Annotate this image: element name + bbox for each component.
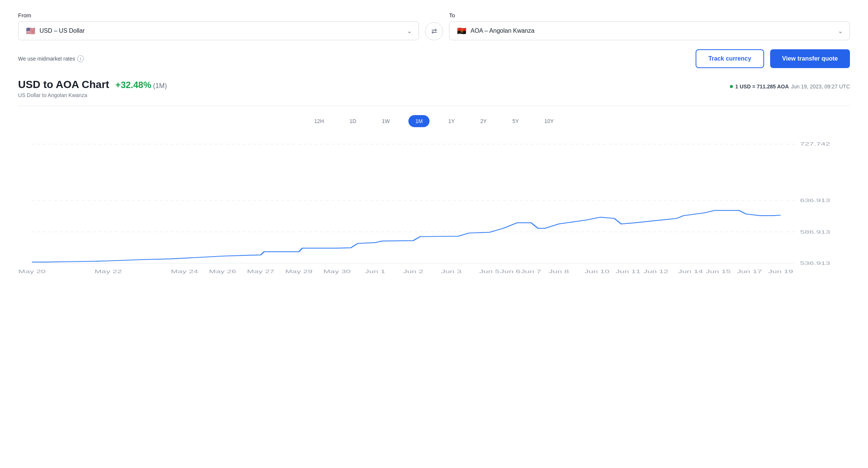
- x-label-11: Jun 3: [441, 269, 461, 274]
- x-label-20: Jun 15: [706, 269, 731, 274]
- tab-1w[interactable]: 1W: [375, 115, 396, 127]
- x-label-9: Jun 1: [365, 269, 385, 274]
- x-label-19: Jun 14: [678, 269, 703, 274]
- from-currency-selector[interactable]: 🇺🇸 USD – US Dollar ⌄: [18, 21, 419, 40]
- to-flag: 🇦🇴: [456, 27, 467, 35]
- x-label-6: May 27: [247, 269, 274, 274]
- y-label-top: 727.742: [800, 141, 830, 147]
- to-currency-selector[interactable]: 🇦🇴 AOA – Angolan Kwanza ⌄: [449, 21, 850, 40]
- from-chevron-icon: ⌄: [407, 27, 412, 35]
- x-label-0: May 20: [18, 269, 46, 274]
- tab-5y[interactable]: 5Y: [506, 115, 525, 127]
- chart-rate: 1 USD = 711.285 AOA: [735, 84, 789, 90]
- swap-icon: ⇄: [431, 27, 437, 35]
- price-chart: 727.742 636.913 586.913 536.913 May 20 M…: [18, 136, 850, 279]
- x-label-5: May 26: [209, 269, 236, 274]
- chart-period: (1M): [153, 82, 167, 90]
- tab-10y[interactable]: 10Y: [538, 115, 560, 127]
- tab-2y[interactable]: 2Y: [474, 115, 493, 127]
- from-flag: 🇺🇸: [25, 27, 36, 35]
- x-label-14: Jun 7: [521, 269, 541, 274]
- chart-svg: 727.742 636.913 586.913 536.913 May 20 M…: [18, 136, 850, 279]
- to-label: To: [449, 12, 850, 18]
- tab-1m[interactable]: 1M: [408, 115, 429, 127]
- rate-dot-icon: [730, 85, 733, 88]
- tab-1y[interactable]: 1Y: [442, 115, 461, 127]
- info-icon[interactable]: i: [77, 55, 84, 62]
- from-currency-value: USD – US Dollar: [40, 27, 85, 34]
- y-label-mid2: 586.913: [800, 229, 830, 234]
- midmarket-text: We use midmarket rates: [18, 56, 75, 62]
- swap-button[interactable]: ⇄: [425, 22, 443, 40]
- from-label: From: [18, 12, 419, 18]
- tab-12h[interactable]: 12H: [308, 115, 331, 127]
- x-label-8: May 30: [323, 269, 350, 274]
- to-chevron-icon: ⌄: [838, 27, 843, 35]
- x-label-2: May 22: [94, 269, 122, 274]
- chart-line: [32, 210, 781, 262]
- time-period-tabs: 12H 1D 1W 1M 1Y 2Y 5Y 10Y: [18, 115, 850, 127]
- tab-1d[interactable]: 1D: [343, 115, 363, 127]
- x-label-15: Jun 8: [548, 269, 569, 274]
- track-currency-button[interactable]: Track currency: [696, 49, 764, 68]
- x-label-22: Jun 19: [768, 269, 793, 274]
- x-label-10: Jun 2: [403, 269, 423, 274]
- x-label-18: Jun 12: [643, 269, 668, 274]
- x-label-12: Jun 5: [479, 269, 499, 274]
- x-label-16: Jun 10: [585, 269, 609, 274]
- view-transfer-quote-button[interactable]: View transfer quote: [770, 49, 850, 68]
- x-label-13: Jun 6: [500, 269, 521, 274]
- x-label-17: Jun 11: [616, 269, 641, 274]
- y-label-mid1: 636.913: [800, 198, 830, 203]
- x-label-7: May 29: [285, 269, 312, 274]
- chart-title: USD to AOA Chart: [18, 79, 109, 90]
- to-currency-value: AOA – Angolan Kwanza: [471, 27, 535, 34]
- chart-date: Jun 19, 2023, 09:27 UTC: [791, 84, 850, 90]
- x-label-21: Jun 17: [737, 269, 762, 274]
- x-label-4: May 24: [171, 269, 198, 274]
- y-label-bottom: 536.913: [800, 261, 830, 266]
- chart-change: +32.48%: [116, 80, 151, 90]
- chart-subtitle: US Dollar to Angolan Kwanza: [18, 92, 850, 98]
